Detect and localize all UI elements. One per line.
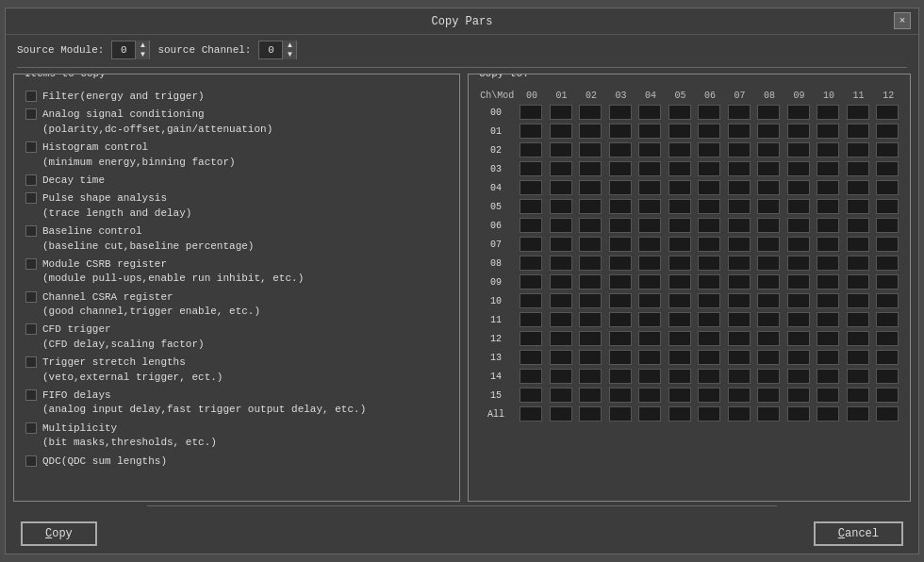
grid-cell-10-12[interactable] <box>874 292 902 309</box>
grid-checkbox-00-3[interactable] <box>609 105 632 120</box>
item-checkbox-5[interactable] <box>25 225 37 237</box>
grid-cell-09-2[interactable] <box>577 273 605 290</box>
grid-checkbox-13-1[interactable] <box>550 350 572 365</box>
grid-cell-10-6[interactable] <box>696 292 724 309</box>
grid-cell-09-11[interactable] <box>845 273 873 290</box>
grid-cell-06-3[interactable] <box>607 217 635 234</box>
grid-cell-12-0[interactable] <box>518 330 546 347</box>
grid-checkbox-14-3[interactable] <box>609 369 632 384</box>
grid-checkbox-13-4[interactable] <box>638 350 661 365</box>
grid-checkbox-12-9[interactable] <box>787 331 810 346</box>
grid-cell-10-0[interactable] <box>518 292 546 309</box>
grid-cell-06-0[interactable] <box>518 217 546 234</box>
grid-checkbox-03-10[interactable] <box>817 161 839 176</box>
grid-cell-05-8[interactable] <box>755 198 784 215</box>
source-channel-up-btn[interactable]: ▲ <box>283 41 296 50</box>
grid-cell-14-2[interactable] <box>577 368 605 385</box>
grid-checkbox-14-4[interactable] <box>638 369 661 384</box>
grid-checkbox-13-3[interactable] <box>609 350 632 365</box>
grid-cell-11-8[interactable] <box>755 311 784 328</box>
grid-cell-12-12[interactable] <box>874 330 902 347</box>
grid-cell-13-1[interactable] <box>548 349 576 366</box>
grid-checkbox-06-9[interactable] <box>787 218 810 233</box>
grid-checkbox-08-11[interactable] <box>847 256 869 271</box>
cancel-button[interactable]: Cancel <box>814 521 903 546</box>
grid-cell-10-1[interactable] <box>548 292 576 309</box>
grid-cell-12-8[interactable] <box>755 330 784 347</box>
grid-cell-All-10[interactable] <box>815 405 843 422</box>
grid-cell-13-9[interactable] <box>785 349 814 366</box>
grid-checkbox-06-11[interactable] <box>847 218 869 233</box>
grid-cell-09-4[interactable] <box>636 273 665 290</box>
grid-cell-01-1[interactable] <box>548 123 576 140</box>
grid-cell-11-7[interactable] <box>726 311 754 328</box>
item-checkbox-4[interactable] <box>25 192 37 204</box>
grid-cell-01-4[interactable] <box>636 123 665 140</box>
grid-checkbox-15-5[interactable] <box>668 388 691 403</box>
grid-cell-08-9[interactable] <box>785 255 814 272</box>
grid-checkbox-15-0[interactable] <box>520 388 542 403</box>
close-button[interactable]: × <box>894 12 911 29</box>
grid-checkbox-00-7[interactable] <box>728 105 751 120</box>
grid-cell-12-11[interactable] <box>845 330 873 347</box>
grid-checkbox-07-2[interactable] <box>579 237 602 252</box>
grid-checkbox-02-6[interactable] <box>698 142 720 157</box>
grid-cell-07-12[interactable] <box>874 236 902 253</box>
grid-cell-00-8[interactable] <box>755 104 784 121</box>
grid-checkbox-All-4[interactable] <box>638 406 661 422</box>
grid-cell-15-2[interactable] <box>577 387 605 404</box>
source-module-up-btn[interactable]: ▲ <box>136 41 149 50</box>
grid-checkbox-05-3[interactable] <box>609 199 632 214</box>
grid-checkbox-11-7[interactable] <box>728 312 751 327</box>
grid-checkbox-06-2[interactable] <box>579 218 602 233</box>
grid-checkbox-02-1[interactable] <box>550 142 572 157</box>
grid-checkbox-09-9[interactable] <box>787 274 810 289</box>
grid-checkbox-00-5[interactable] <box>668 105 691 120</box>
grid-cell-09-9[interactable] <box>785 273 814 290</box>
grid-cell-All-11[interactable] <box>845 405 873 422</box>
grid-checkbox-12-8[interactable] <box>757 331 780 346</box>
grid-checkbox-03-3[interactable] <box>609 161 632 176</box>
grid-checkbox-All-11[interactable] <box>847 406 869 422</box>
grid-cell-00-12[interactable] <box>874 104 902 121</box>
grid-checkbox-06-4[interactable] <box>638 218 661 233</box>
grid-cell-02-8[interactable] <box>755 141 784 158</box>
grid-cell-04-10[interactable] <box>815 179 843 196</box>
grid-checkbox-09-2[interactable] <box>579 274 602 289</box>
grid-checkbox-03-9[interactable] <box>787 161 810 176</box>
grid-cell-13-5[interactable] <box>667 349 695 366</box>
grid-cell-10-7[interactable] <box>726 292 754 309</box>
grid-checkbox-01-4[interactable] <box>638 124 661 139</box>
grid-cell-All-12[interactable] <box>874 405 902 422</box>
grid-checkbox-01-9[interactable] <box>787 124 810 139</box>
grid-cell-03-9[interactable] <box>785 160 814 177</box>
grid-checkbox-14-7[interactable] <box>728 369 751 384</box>
source-module-spinner[interactable]: 0 ▲ ▼ <box>111 41 150 59</box>
grid-cell-04-4[interactable] <box>636 179 665 196</box>
grid-checkbox-13-0[interactable] <box>520 350 542 365</box>
grid-cell-13-0[interactable] <box>518 349 546 366</box>
grid-cell-02-12[interactable] <box>874 141 902 158</box>
grid-cell-10-10[interactable] <box>815 292 843 309</box>
grid-cell-12-10[interactable] <box>815 330 843 347</box>
grid-cell-11-0[interactable] <box>518 311 546 328</box>
grid-cell-07-11[interactable] <box>845 236 873 253</box>
grid-checkbox-05-7[interactable] <box>728 199 751 214</box>
grid-cell-15-8[interactable] <box>755 387 784 404</box>
grid-checkbox-11-12[interactable] <box>876 312 899 327</box>
grid-checkbox-02-9[interactable] <box>787 142 810 157</box>
grid-checkbox-04-2[interactable] <box>579 180 602 195</box>
grid-checkbox-07-11[interactable] <box>847 237 869 252</box>
grid-checkbox-01-11[interactable] <box>847 124 869 139</box>
grid-checkbox-06-8[interactable] <box>757 218 780 233</box>
grid-cell-10-4[interactable] <box>636 292 665 309</box>
grid-cell-05-0[interactable] <box>518 198 546 215</box>
grid-checkbox-10-8[interactable] <box>757 293 780 308</box>
grid-cell-13-2[interactable] <box>577 349 605 366</box>
grid-checkbox-10-4[interactable] <box>638 293 661 308</box>
grid-cell-11-3[interactable] <box>607 311 635 328</box>
grid-cell-05-4[interactable] <box>636 198 665 215</box>
grid-checkbox-07-12[interactable] <box>876 237 899 252</box>
grid-checkbox-09-6[interactable] <box>698 274 720 289</box>
grid-cell-08-1[interactable] <box>548 255 576 272</box>
